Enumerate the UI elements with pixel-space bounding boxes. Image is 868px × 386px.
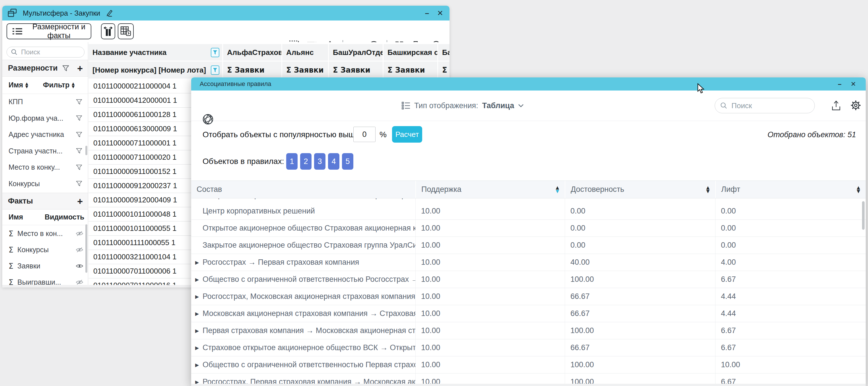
- dimension-row[interactable]: Конкурсы: [2, 176, 88, 192]
- association-rules-dialog: Ассоциативные правила – ✕ Тип отображени…: [191, 78, 866, 386]
- column-name: БашУралОтдела: [333, 48, 383, 57]
- pivot-column-header[interactable]: Баш: [438, 44, 450, 61]
- sidebar-scrollbar-thumb[interactable]: [85, 146, 87, 155]
- add-dimension-button[interactable]: +: [77, 63, 83, 73]
- expand-arrow-icon[interactable]: ▶: [195, 260, 203, 265]
- edit-title-icon[interactable]: [105, 9, 113, 17]
- filter-icon[interactable]: [76, 148, 82, 154]
- rule-size-button[interactable]: 2: [300, 153, 312, 170]
- dialog-hscrollbar-track[interactable]: [191, 384, 866, 386]
- rules-column-label: Поддержка: [421, 185, 461, 194]
- fact-row[interactable]: Σ Конкурсы: [2, 242, 88, 258]
- rule-size-button[interactable]: 1: [286, 153, 298, 170]
- pivot-measure-header[interactable]: Σ Заявки: [282, 61, 328, 79]
- dimension-row[interactable]: КПП: [2, 94, 88, 110]
- sort-icon[interactable]: ▲▼: [706, 186, 710, 193]
- rules-column-header[interactable]: Лифт ▲▼: [715, 181, 866, 198]
- expand-arrow-icon[interactable]: ▶: [195, 294, 203, 299]
- row-filter-icon[interactable]: [211, 65, 219, 75]
- sidebar-search[interactable]: [6, 47, 85, 58]
- expand-arrow-icon[interactable]: ▶: [195, 311, 203, 317]
- close-button[interactable]: ✕: [437, 9, 443, 17]
- col-name-label[interactable]: Имя: [8, 81, 23, 89]
- dimension-row[interactable]: Адрес участника: [2, 126, 88, 143]
- rule-row[interactable]: ▶ Московская акционерная страховая компа…: [191, 305, 866, 322]
- rule-support: 10.00: [415, 203, 565, 219]
- expand-arrow-icon[interactable]: ▶: [195, 362, 203, 368]
- dimension-row[interactable]: Юр.форма уча...: [2, 110, 88, 127]
- settings-gear-icon[interactable]: [850, 100, 862, 111]
- visibility-eye-icon[interactable]: [76, 263, 83, 269]
- sort-filter-icon[interactable]: ▲▼: [72, 82, 74, 88]
- sort-icon[interactable]: ▲▼: [857, 186, 860, 193]
- rule-row[interactable]: ▶ Росгосстрах → Первая страховая компани…: [191, 254, 866, 271]
- pivot-measure-header[interactable]: Σ Заявки: [223, 61, 281, 79]
- dialog-search-input[interactable]: [731, 101, 809, 111]
- measure-label: Σ Заявки: [286, 66, 324, 74]
- filter-icon[interactable]: [76, 132, 82, 138]
- calculate-button[interactable]: Расчет: [392, 126, 422, 143]
- pivot-column-header[interactable]: АльфаСтрахова: [223, 44, 281, 61]
- column-name: Башкирская ст: [388, 48, 437, 57]
- filter-icon[interactable]: [76, 115, 82, 121]
- rule-row[interactable]: ▶ Первая страховая компания → Московская…: [191, 322, 866, 339]
- rules-column-header[interactable]: Состав ▲▼: [191, 181, 415, 198]
- rules-column-header[interactable]: Поддержка ▲▼: [415, 181, 565, 198]
- rule-support: 10.00: [415, 220, 565, 237]
- rule-row[interactable]: ▶ Центр корпоративных решений 10.00 0.00…: [191, 203, 866, 220]
- column-filter-icon[interactable]: [211, 48, 219, 57]
- main-window-title: Мультисфера - Закупки: [23, 9, 100, 18]
- pivot-column-header[interactable]: БашУралОтдела: [329, 44, 383, 61]
- pivot-measure-header[interactable]: Σ Заявки: [383, 61, 437, 79]
- rule-row[interactable]: ▶ Общество с ограниченной ответственност…: [191, 271, 866, 288]
- dialog-search[interactable]: [715, 98, 815, 113]
- rule-confidence: 0.00: [565, 199, 715, 203]
- sort-icon[interactable]: ▲▼: [556, 186, 559, 193]
- rule-row[interactable]: ▶ Росгосстрах, Московская акционерная ст…: [191, 288, 866, 305]
- minimize-button[interactable]: –: [425, 9, 429, 17]
- dialog-scrollbar-thumb[interactable]: [862, 201, 865, 230]
- dialog-close-button[interactable]: ✕: [850, 81, 856, 87]
- dimension-row[interactable]: Страна участн...: [2, 143, 88, 159]
- expand-arrow-icon[interactable]: ▶: [195, 277, 203, 283]
- filter-icon[interactable]: [76, 99, 82, 105]
- display-type-dropdown[interactable]: Тип отображения: Таблица: [402, 91, 524, 121]
- fact-row[interactable]: Σ Заявки: [2, 258, 88, 274]
- add-fact-button[interactable]: +: [77, 197, 83, 206]
- col-filter-label[interactable]: Фильтр: [43, 81, 69, 89]
- rule-row[interactable]: ▶ Закрытое акционерное общество Страхова…: [191, 237, 866, 254]
- objects-in-rules-row: Объектов в правилах: 12345: [191, 149, 866, 174]
- fact-row[interactable]: Σ Место в кон...: [2, 226, 88, 242]
- rules-column-header[interactable]: Достоверность ▲▼: [565, 181, 715, 198]
- sort-name-icon[interactable]: ▲▼: [25, 82, 28, 88]
- rule-size-button[interactable]: 4: [328, 153, 339, 170]
- dialog-titlebar[interactable]: Ассоциативные правила – ✕: [191, 78, 866, 91]
- rule-size-button[interactable]: 5: [342, 153, 353, 170]
- dialog-minimize-button[interactable]: –: [838, 81, 841, 87]
- expand-arrow-icon[interactable]: ▶: [195, 328, 203, 334]
- pivot-column-header[interactable]: Башкирская ст: [383, 44, 437, 61]
- rule-row[interactable]: ▶ Открытое акционерное общество Страхова…: [191, 220, 866, 237]
- dimension-row[interactable]: Место в конку...: [2, 159, 88, 176]
- dialog-export-icon[interactable]: [831, 100, 841, 111]
- filter-icon[interactable]: [76, 165, 82, 170]
- rule-size-button[interactable]: 3: [314, 153, 326, 170]
- sidebar-search-input[interactable]: [21, 48, 80, 56]
- pivot-measure-header[interactable]: Σ Заявки: [329, 61, 383, 79]
- fit-columns-button[interactable]: [101, 23, 115, 39]
- pivot-column-header[interactable]: Альянс: [282, 44, 328, 61]
- visibility-eye-icon[interactable]: [76, 279, 83, 285]
- expand-arrow-icon[interactable]: ▶: [195, 345, 203, 351]
- popularity-threshold-input[interactable]: [353, 127, 375, 142]
- main-window-titlebar[interactable]: Мультисфера - Закупки – ✕: [2, 6, 450, 21]
- rule-row[interactable]: ▶ Общество с ограниченной ответственност…: [191, 356, 866, 374]
- visibility-eye-icon[interactable]: [76, 247, 83, 253]
- filter-icon[interactable]: [62, 65, 69, 71]
- dimensions-facts-button[interactable]: Размерности и факты: [6, 23, 91, 39]
- table-settings-button[interactable]: [118, 23, 134, 39]
- visibility-eye-icon[interactable]: [76, 231, 83, 237]
- rule-row[interactable]: ▶ Страховое открытое акционерное обществ…: [191, 339, 866, 356]
- sidebar-scrollbar-thumb[interactable]: [85, 224, 87, 273]
- pivot-measure-header[interactable]: Σ Заявки: [438, 61, 450, 79]
- filter-icon[interactable]: [76, 181, 82, 186]
